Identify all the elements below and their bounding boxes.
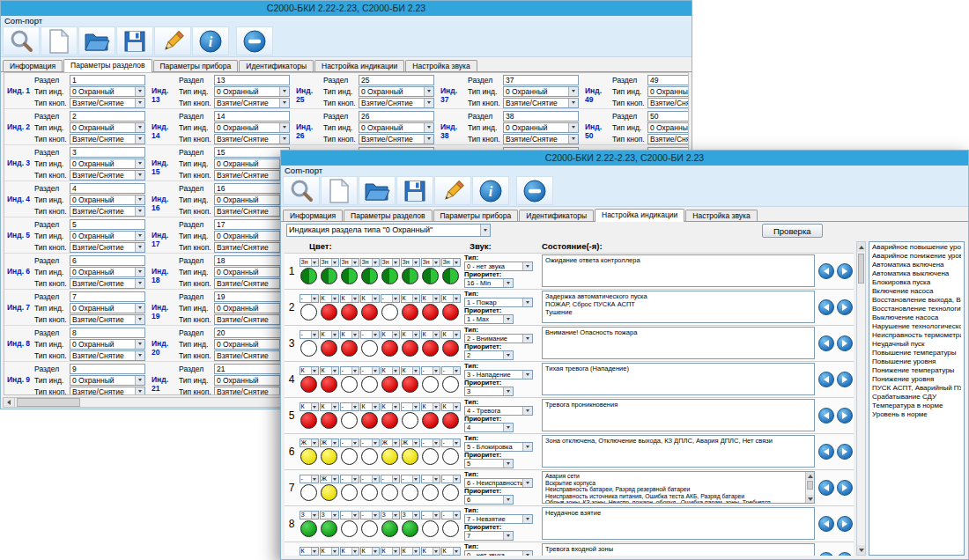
led-mode-select[interactable]: К xyxy=(441,547,461,556)
section-number-input[interactable] xyxy=(70,147,145,158)
open-button[interactable] xyxy=(78,26,115,55)
button-type-select[interactable]: Взятие/Снятие xyxy=(503,98,579,108)
states-list-item[interactable]: Нарушение технологической зоны xyxy=(872,322,961,331)
led-mode-select[interactable]: Зн xyxy=(300,258,319,267)
remove-state-button[interactable] xyxy=(837,299,853,315)
add-state-button[interactable] xyxy=(818,444,834,460)
led-mode-select[interactable]: К xyxy=(320,294,339,303)
indicator-type-select[interactable]: 0 Охранный xyxy=(214,231,290,241)
led-mode-select[interactable]: К xyxy=(421,330,440,339)
state-text-box[interactable]: Тревога входной зоны xyxy=(542,543,815,556)
button-type-select[interactable]: Взятие/Снятие xyxy=(70,98,145,108)
search-button[interactable] xyxy=(283,176,320,205)
led-mode-select[interactable]: К xyxy=(320,402,339,411)
led-mode-select[interactable]: - xyxy=(421,438,440,447)
section-number-input[interactable] xyxy=(70,255,145,266)
indicator-type-select[interactable]: 0 Охранный xyxy=(70,339,145,350)
led-mode-select[interactable]: - xyxy=(441,475,461,483)
led-mode-select[interactable]: - xyxy=(340,511,359,519)
scroll-left-button[interactable] xyxy=(4,398,15,407)
led-mode-select[interactable]: - xyxy=(421,511,440,519)
scroll-up-button[interactable] xyxy=(857,242,865,252)
section-number-input[interactable] xyxy=(70,75,145,85)
button-type-select[interactable]: Взятие/Снятие xyxy=(503,134,579,144)
section-number-input[interactable] xyxy=(359,111,434,122)
states-list-item[interactable]: Аварийное повышение уровня xyxy=(872,243,961,252)
led-mode-select[interactable]: К xyxy=(441,294,461,303)
save-button[interactable] xyxy=(396,176,433,205)
button-type-select[interactable]: Взятие/Снятие xyxy=(70,387,145,396)
states-list-item[interactable]: Включение насоса xyxy=(872,287,961,296)
section-number-input[interactable] xyxy=(70,111,145,122)
indicator-type-select[interactable]: 0 Охранный xyxy=(359,86,434,97)
states-list-item[interactable]: ПУСК АСПТ, Аварийный ПУСК xyxy=(872,384,961,393)
new-file-button[interactable] xyxy=(321,176,358,205)
remove-state-button[interactable] xyxy=(837,372,853,387)
section-number-input[interactable] xyxy=(214,183,290,194)
led-mode-select[interactable]: К xyxy=(421,547,440,556)
led-mode-select[interactable]: - xyxy=(340,402,359,411)
led-mode-select[interactable]: - xyxy=(381,475,400,483)
led-mode-select[interactable]: Ж xyxy=(320,438,339,447)
led-mode-select[interactable]: Зн xyxy=(340,258,359,267)
states-list-item[interactable]: Восстановление технологической зоны, xyxy=(872,305,961,313)
remove-state-button[interactable] xyxy=(837,516,853,532)
add-state-button[interactable] xyxy=(818,372,834,387)
state-text-box[interactable]: Ожидание ответа контроллера xyxy=(542,254,815,287)
state-text-box[interactable]: Внимание! Опасность пожара xyxy=(542,327,815,359)
section-number-input[interactable] xyxy=(70,183,145,194)
info-button[interactable]: i xyxy=(472,176,509,205)
tab-information[interactable]: Информация xyxy=(283,210,343,221)
section-number-input[interactable] xyxy=(503,111,579,122)
led-mode-select[interactable]: З xyxy=(401,511,420,519)
led-mode-select[interactable]: К xyxy=(441,330,461,339)
led-mode-select[interactable]: К xyxy=(401,366,420,375)
led-mode-select[interactable]: - xyxy=(441,366,461,375)
check-button[interactable]: Проверка xyxy=(762,224,823,238)
button-type-select[interactable]: Взятие/Снятие xyxy=(359,98,434,108)
led-mode-select[interactable]: - xyxy=(441,438,461,447)
led-mode-select[interactable]: - xyxy=(340,475,359,483)
tab-identifiers[interactable]: Идентификаторы xyxy=(519,210,594,221)
remove-state-button[interactable] xyxy=(837,552,853,556)
led-mode-select[interactable]: Зн xyxy=(421,258,440,267)
indicator-type-select[interactable]: 0 Охранный xyxy=(214,122,290,133)
led-mode-select[interactable]: Ж xyxy=(300,438,319,447)
scrollbar-thumb[interactable] xyxy=(17,398,80,407)
led-mode-select[interactable]: - xyxy=(441,511,461,519)
indicator-type-select[interactable]: 0 Охранный xyxy=(70,158,145,169)
led-mode-select[interactable]: К xyxy=(441,402,461,411)
led-mode-select[interactable]: З xyxy=(320,511,339,519)
priority-select[interactable]: 2 xyxy=(464,350,514,360)
tab-indication-settings[interactable]: Настройка индикации xyxy=(595,209,684,222)
led-mode-select[interactable]: - xyxy=(401,402,420,411)
led-mode-select[interactable]: Зн xyxy=(381,258,400,267)
indicator-type-select[interactable]: 0 Охранный xyxy=(70,267,145,277)
led-mode-select[interactable]: - xyxy=(360,475,380,483)
button-type-select[interactable]: Взятие/Снятие xyxy=(70,206,145,217)
section-number-input[interactable] xyxy=(214,364,290,374)
led-mode-select[interactable]: - xyxy=(421,366,440,375)
section-number-input[interactable] xyxy=(503,75,579,85)
led-mode-select[interactable]: - xyxy=(401,475,420,483)
scrollbar-thumb[interactable] xyxy=(858,254,864,284)
titlebar[interactable]: С2000-БКИ 2.22-2.23, С2000-БИ 2.23 xyxy=(281,151,968,166)
indicator-type-select[interactable]: 0 Охранный xyxy=(647,86,689,97)
tab-identifiers[interactable]: Идентификаторы xyxy=(239,60,314,71)
button-type-select[interactable]: Взятие/Снятие xyxy=(70,170,145,181)
exit-button[interactable] xyxy=(516,176,553,205)
led-mode-select[interactable]: - xyxy=(300,294,319,303)
led-mode-select[interactable]: - xyxy=(340,366,359,375)
indicator-type-select[interactable]: 0 Охранный xyxy=(70,122,145,133)
led-mode-select[interactable]: К xyxy=(360,547,380,556)
led-mode-select[interactable]: К xyxy=(381,330,400,339)
led-mode-select[interactable]: - xyxy=(360,511,380,519)
tab-indication-settings[interactable]: Настройка индикации xyxy=(314,60,404,71)
indicator-type-select[interactable]: 0 Охранный xyxy=(503,122,579,133)
states-list-item[interactable]: Уровень в норме xyxy=(872,410,961,419)
section-number-input[interactable] xyxy=(647,75,689,85)
indicator-type-select[interactable]: 0 Охранный xyxy=(70,303,145,313)
tab-sound-settings[interactable]: Настройка звука xyxy=(685,210,757,221)
states-list-item[interactable]: Неисправность термометра xyxy=(872,331,961,340)
led-mode-select[interactable]: К xyxy=(320,547,339,556)
